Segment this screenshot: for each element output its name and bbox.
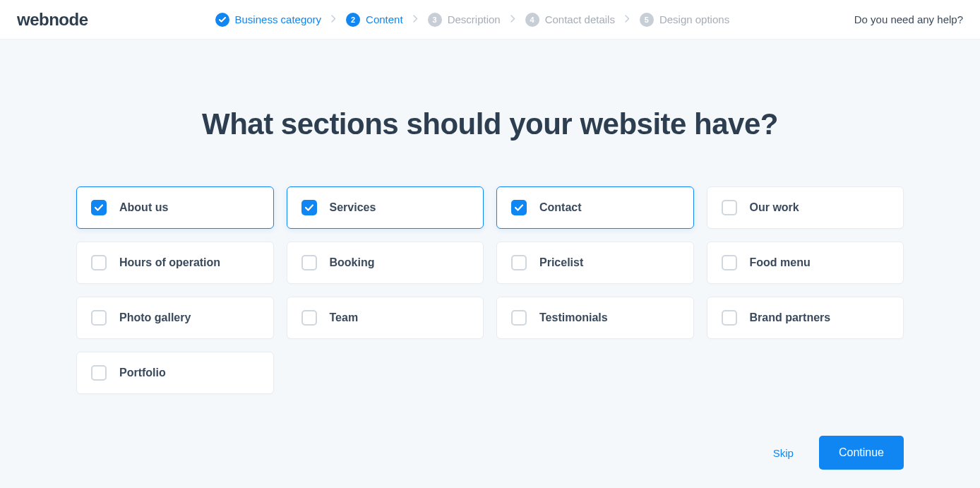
- check-icon: [515, 204, 523, 211]
- skip-link[interactable]: Skip: [773, 447, 794, 459]
- header: webnode Business category2Content3Descri…: [0, 0, 980, 40]
- checkbox[interactable]: [722, 310, 737, 326]
- option-card[interactable]: Pricelist: [496, 242, 694, 284]
- step-label: Description: [448, 13, 501, 25]
- checkbox[interactable]: [91, 310, 107, 326]
- option-label: Pricelist: [539, 256, 583, 269]
- step-label: Content: [366, 13, 403, 25]
- checkbox[interactable]: [301, 200, 317, 215]
- step-number-badge: 4: [525, 13, 539, 27]
- checkbox[interactable]: [511, 255, 527, 270]
- option-card[interactable]: Services: [287, 186, 484, 229]
- step-number-badge: 5: [640, 13, 654, 27]
- checkbox[interactable]: [91, 200, 107, 215]
- help-link[interactable]: Do you need any help?: [854, 13, 963, 25]
- option-card[interactable]: Team: [287, 297, 484, 339]
- checkbox[interactable]: [91, 255, 107, 270]
- checkbox[interactable]: [91, 365, 107, 381]
- chevron-right-icon: [331, 14, 336, 25]
- option-label: Photo gallery: [119, 311, 191, 324]
- check-icon: [95, 204, 103, 211]
- option-card[interactable]: Photo gallery: [76, 297, 274, 339]
- steps-breadcrumb: Business category2Content3Description4Co…: [215, 13, 730, 27]
- option-label: Our work: [750, 201, 799, 214]
- step-3[interactable]: 3Description: [428, 13, 501, 27]
- checkbox[interactable]: [301, 310, 317, 326]
- option-label: Brand partners: [750, 311, 831, 324]
- step-5[interactable]: 5Design options: [640, 13, 729, 27]
- checkbox[interactable]: [511, 200, 527, 215]
- step-4[interactable]: 4Contact details: [525, 13, 615, 27]
- option-label: About us: [119, 201, 168, 214]
- option-card[interactable]: Food menu: [707, 242, 904, 284]
- option-label: Food menu: [750, 256, 811, 269]
- continue-button[interactable]: Continue: [819, 436, 904, 470]
- logo: webnode: [17, 10, 88, 30]
- option-card[interactable]: Booking: [287, 242, 484, 284]
- chevron-right-icon: [625, 14, 630, 25]
- checkbox[interactable]: [722, 255, 737, 270]
- option-card[interactable]: Hours of operation: [76, 242, 274, 284]
- option-card[interactable]: Contact: [496, 186, 694, 229]
- chevron-right-icon: [510, 14, 515, 25]
- options-grid: About usServicesContactOur workHours of …: [76, 186, 904, 394]
- step-label: Design options: [659, 13, 729, 25]
- option-label: Team: [330, 311, 359, 324]
- check-icon: [305, 204, 313, 211]
- footer-actions: Skip Continue: [773, 436, 904, 470]
- option-card[interactable]: Brand partners: [707, 297, 904, 339]
- option-label: Services: [330, 201, 376, 214]
- option-label: Testimonials: [539, 311, 608, 324]
- option-card[interactable]: Our work: [707, 186, 904, 229]
- option-label: Booking: [330, 256, 375, 269]
- main-content: What sections should your website have? …: [0, 40, 980, 394]
- option-label: Contact: [539, 201, 582, 214]
- checkbox[interactable]: [511, 310, 527, 326]
- option-card[interactable]: Portfolio: [76, 352, 274, 394]
- check-icon: [215, 13, 229, 27]
- option-label: Portfolio: [119, 367, 166, 379]
- step-number-badge: 3: [428, 13, 442, 27]
- step-1[interactable]: Business category: [215, 13, 322, 27]
- chevron-right-icon: [413, 14, 418, 25]
- step-label: Business category: [235, 13, 322, 25]
- step-2[interactable]: 2Content: [346, 13, 403, 27]
- option-card[interactable]: Testimonials: [496, 297, 694, 339]
- step-number-badge: 2: [346, 13, 360, 27]
- option-card[interactable]: About us: [76, 186, 274, 229]
- option-label: Hours of operation: [119, 256, 220, 269]
- checkbox[interactable]: [722, 200, 737, 215]
- step-label: Contact details: [545, 13, 615, 25]
- page-title: What sections should your website have?: [76, 107, 904, 141]
- checkbox[interactable]: [301, 255, 317, 270]
